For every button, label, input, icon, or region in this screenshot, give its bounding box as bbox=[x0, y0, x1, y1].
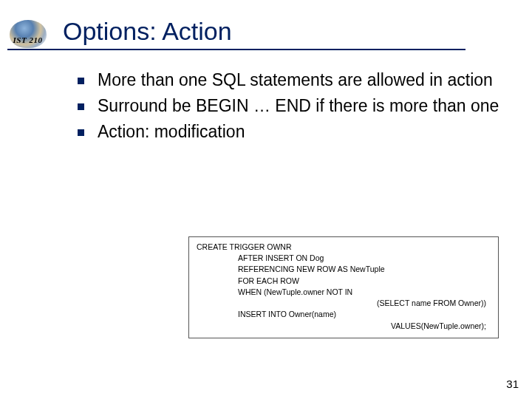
logo-area: IST 210 bbox=[0, 13, 55, 54]
code-block: CREATE TRIGGER OWNR AFTER INSERT ON Dog … bbox=[188, 236, 499, 338]
code-line: FOR EACH ROW bbox=[197, 276, 491, 287]
title-underline bbox=[7, 49, 466, 50]
square-bullet-icon bbox=[78, 103, 84, 110]
content-area: More than one SQL statements are allowed… bbox=[0, 54, 532, 143]
square-bullet-icon bbox=[78, 129, 84, 136]
code-line: AFTER INSERT ON Dog bbox=[197, 253, 491, 264]
square-bullet-icon bbox=[78, 78, 84, 84]
bullet-text: Surround be BEGIN … END if there is more… bbox=[98, 95, 499, 117]
code-line: (SELECT name FROM Owner)) bbox=[197, 298, 491, 309]
code-line: INSERT INTO Owner(name) bbox=[197, 309, 491, 320]
code-line: REFERENCING NEW ROW AS NewTuple bbox=[197, 264, 491, 275]
slide-header: IST 210 Options: Action bbox=[0, 0, 532, 54]
bullet-text: More than one SQL statements are allowed… bbox=[98, 69, 493, 92]
slide-number: 31 bbox=[506, 378, 519, 390]
code-line: VALUES(NewTuple.owner); bbox=[197, 321, 491, 332]
code-line: CREATE TRIGGER OWNR bbox=[197, 242, 491, 253]
title-area: Options: Action bbox=[55, 17, 532, 50]
list-item: Surround be BEGIN … END if there is more… bbox=[78, 95, 502, 117]
code-line: WHEN (NewTuple.owner NOT IN bbox=[197, 287, 491, 298]
slide-title: Options: Action bbox=[63, 17, 532, 46]
bullet-text: Action: modification bbox=[98, 120, 245, 143]
list-item: More than one SQL statements are allowed… bbox=[78, 69, 502, 92]
list-item: Action: modification bbox=[78, 120, 502, 143]
course-code: IST 210 bbox=[13, 35, 43, 44]
